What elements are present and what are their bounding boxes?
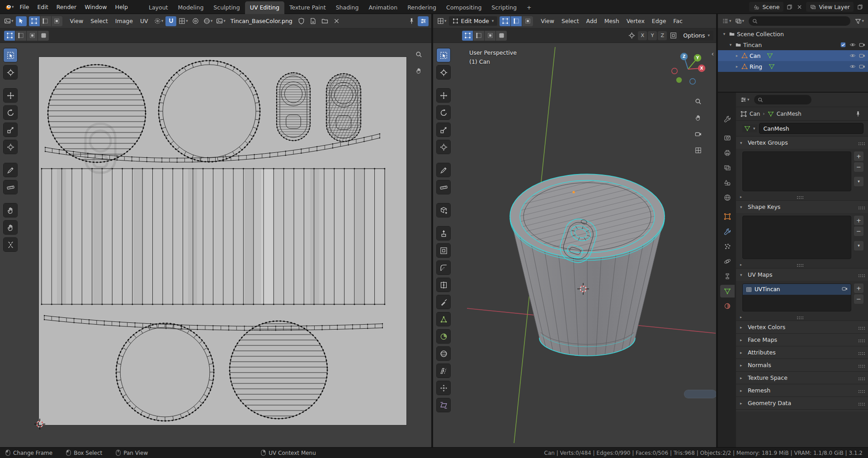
uv-maps-subpanel[interactable]: ▸ [736, 313, 868, 321]
uv-map-item[interactable]: UVTincan [743, 284, 851, 295]
pin-icon[interactable] [853, 109, 863, 119]
vp-tool-transform[interactable] [437, 140, 450, 154]
shape-key-specials-button[interactable]: ▾ [854, 241, 863, 250]
vp-camera-view-icon[interactable] [693, 129, 703, 139]
render-camera-icon[interactable] [859, 63, 865, 70]
drag-grip-icon[interactable] [859, 403, 859, 404]
menu-render[interactable]: Render [52, 2, 81, 12]
vp-tool-select-box[interactable] [437, 48, 450, 62]
tab-compositing[interactable]: Compositing [441, 1, 486, 14]
blender-logo-icon[interactable] [5, 3, 12, 10]
vp-mode-vertex-button[interactable] [462, 31, 473, 41]
uv-tool-scale[interactable] [4, 123, 17, 137]
drag-grip-icon[interactable] [859, 274, 859, 275]
uv-tool-relax[interactable] [4, 221, 17, 234]
mode-dropdown[interactable]: Edit Mode▾ [449, 16, 498, 26]
tab-render[interactable] [720, 132, 735, 144]
vertex-groups-list[interactable] [742, 151, 851, 191]
tab-object-data[interactable] [720, 285, 735, 297]
viewport-canvas[interactable]: User Perspective (1) Can ‹ [433, 43, 716, 447]
vp-tool-loop-cut[interactable] [437, 278, 450, 292]
uv-tool-transform[interactable] [4, 140, 17, 154]
tab-constraints[interactable] [720, 270, 735, 283]
render-camera-icon[interactable] [842, 286, 848, 292]
remove-vertex-group-button[interactable]: − [854, 162, 863, 172]
uv-menu-select[interactable]: Select [87, 16, 112, 26]
render-camera-icon[interactable] [859, 52, 865, 59]
vp-tool-move[interactable] [437, 89, 450, 102]
navigation-gizmo[interactable]: Z Y X [669, 50, 707, 88]
tab-view-layer[interactable] [720, 161, 735, 174]
uv-maps-list[interactable]: UVTincan [742, 283, 851, 312]
uv-image-name[interactable]: Tincan_BaseColor.png [228, 18, 295, 24]
panel-header-face-maps[interactable]: ▸Face Maps [736, 334, 868, 346]
vp-tool-add-cube[interactable] [437, 203, 450, 217]
tab-sculpting[interactable]: Sculpting [208, 1, 245, 14]
vp-mode-island-button[interactable] [496, 31, 507, 41]
uv-image-new-button[interactable] [308, 16, 319, 26]
panel-header-geometry-data[interactable]: ▸Geometry Data [736, 397, 868, 409]
render-camera-icon[interactable] [859, 42, 865, 48]
drag-grip-icon[interactable] [859, 207, 859, 208]
tab-modifiers[interactable] [720, 225, 735, 238]
view-layer-selector[interactable]: View Layer [806, 2, 854, 12]
uv-tool-annotate[interactable] [4, 163, 17, 177]
uv-sync-selection-toggle[interactable] [16, 16, 27, 26]
vp-tool-shear[interactable] [437, 398, 450, 412]
remove-shape-key-button[interactable]: − [854, 227, 863, 236]
uv-sticky-edge-button[interactable] [15, 31, 26, 41]
uv-menu-uv[interactable]: UV [137, 16, 152, 26]
vp-tool-edge-slide[interactable] [437, 364, 450, 378]
tab-rendering[interactable]: Rendering [402, 1, 441, 14]
vp-menu-view[interactable]: View [537, 16, 558, 26]
uv-zoom-icon[interactable] [413, 49, 424, 59]
tab-texture-paint[interactable]: Texture Paint [284, 1, 331, 14]
uv-tool-pinch[interactable] [4, 238, 17, 251]
eye-icon[interactable] [849, 52, 856, 59]
drag-grip-icon[interactable] [859, 340, 859, 340]
eye-icon[interactable] [849, 42, 856, 48]
uv-editor-type-button[interactable]: ▾ [3, 17, 15, 25]
vp-tool-spin[interactable] [437, 330, 450, 343]
outliner-row-ring[interactable]: ▸ Ring [718, 61, 868, 72]
vp-tool-knife[interactable] [437, 295, 450, 309]
vp-menu-vertex[interactable]: Vertex [623, 16, 648, 26]
uv-sticky-vertex-button[interactable] [4, 31, 15, 41]
tab-layout[interactable]: Layout [144, 1, 173, 14]
uv-select-vertex-button[interactable] [29, 16, 40, 26]
vp-tool-poly-build[interactable] [437, 312, 450, 326]
drag-grip-icon[interactable] [859, 327, 859, 328]
panel-header-shape-keys[interactable]: ▾ Shape Keys [736, 201, 868, 213]
tab-material[interactable] [720, 300, 735, 312]
vp-tool-shrink-fatten[interactable] [437, 381, 450, 395]
vp-tool-rotate[interactable] [437, 106, 450, 119]
mesh-data-dropdown[interactable]: ▾ [742, 124, 757, 132]
uv-sticky-face-button[interactable] [27, 31, 38, 41]
vp-menu-mesh[interactable]: Mesh [601, 16, 623, 26]
vp-menu-select[interactable]: Select [558, 16, 583, 26]
uv-image-view[interactable] [39, 57, 406, 425]
new-view-layer-icon[interactable] [856, 3, 863, 10]
tab-animation[interactable]: Animation [363, 1, 402, 14]
vp-tool-scale[interactable] [437, 123, 450, 137]
tab-scripting[interactable]: Scripting [486, 1, 522, 14]
menu-file[interactable]: File [16, 2, 33, 12]
panel-header-normals[interactable]: ▸Normals [736, 359, 868, 371]
uv-image-open-button[interactable] [320, 16, 330, 26]
panel-header-attributes[interactable]: ▸Attributes [736, 346, 868, 359]
select-mode-vertex-button[interactable] [500, 16, 510, 26]
snap-target-icon[interactable] [668, 31, 679, 41]
vp-tool-cursor[interactable] [437, 66, 450, 79]
uv-select-face-button[interactable] [52, 16, 62, 26]
add-workspace-button[interactable]: + [522, 1, 536, 14]
vp-zoom-icon[interactable] [693, 96, 703, 106]
vertex-groups-subpanel[interactable]: ▸ [736, 193, 868, 200]
add-uv-map-button[interactable]: + [854, 283, 863, 293]
properties-search-input[interactable] [754, 95, 812, 104]
tab-physics[interactable] [720, 255, 735, 268]
tab-tool[interactable] [720, 113, 735, 125]
add-vertex-group-button[interactable]: + [854, 151, 863, 161]
vertex-group-specials-button[interactable]: ▾ [854, 177, 863, 186]
app-menu-caret[interactable]: ▾ [12, 5, 14, 9]
uv-image-unlink-button[interactable] [331, 16, 342, 26]
